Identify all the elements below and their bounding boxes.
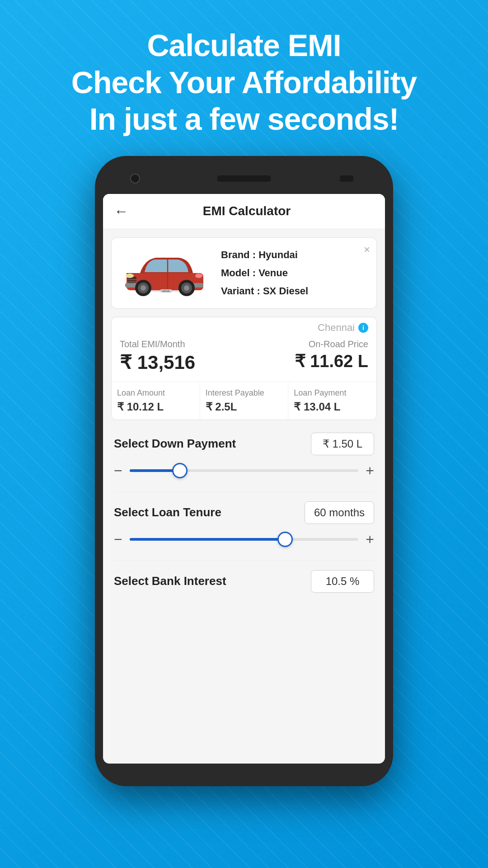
emi-main-row: Total EMI/Month ₹ 13,516 On-Road Price ₹… bbox=[112, 335, 376, 382]
loan-tenure-minus[interactable]: − bbox=[114, 531, 122, 548]
phone-screen: ← EMI Calculator bbox=[103, 194, 385, 764]
down-payment-plus[interactable]: + bbox=[366, 462, 374, 479]
down-payment-slider-track[interactable] bbox=[130, 469, 359, 472]
header-line1: Calculate EMI bbox=[147, 28, 341, 62]
car-image: VENUE bbox=[120, 246, 210, 300]
car-model: Model : Venue bbox=[221, 264, 368, 282]
phone-camera bbox=[130, 174, 140, 184]
phone-sensor bbox=[340, 175, 353, 182]
down-payment-row: Select Down Payment ₹ 1.50 L − + bbox=[114, 433, 374, 479]
car-brand: Brand : Hyundai bbox=[221, 246, 368, 264]
svg-rect-5 bbox=[127, 279, 136, 280]
divider-1 bbox=[114, 492, 374, 492]
city-name: Chennai bbox=[318, 322, 355, 334]
emi-summary-card: Chennai i Total EMI/Month ₹ 13,516 On-Ro… bbox=[111, 317, 377, 420]
loan-payment-label: Loan Payment bbox=[294, 388, 371, 398]
car-card: VENUE Brand : Hyundai Model : Venue Vari… bbox=[111, 237, 377, 309]
down-payment-minus[interactable]: − bbox=[114, 462, 122, 479]
svg-point-8 bbox=[195, 274, 202, 278]
loan-payment-value: ₹ 13.04 L bbox=[294, 401, 371, 413]
loan-tenure-row: Select Loan Tenure 60 months − + bbox=[114, 501, 374, 548]
down-payment-slider-row: − + bbox=[114, 462, 374, 479]
emi-label: Total EMI/Month bbox=[120, 339, 195, 349]
loan-payment-cell: Loan Payment ₹ 13.04 L bbox=[288, 382, 376, 420]
bank-interest-label-row: Select Bank Interest 10.5 % bbox=[114, 570, 374, 593]
interest-value: ₹ 2.5L bbox=[206, 401, 283, 413]
svg-text:VENUE: VENUE bbox=[162, 290, 170, 292]
bank-interest-value[interactable]: 10.5 % bbox=[311, 570, 374, 593]
emi-value: ₹ 13,516 bbox=[120, 351, 195, 373]
interest-cell: Interest Payable ₹ 2.5L bbox=[200, 382, 289, 420]
phone-mockup: ← EMI Calculator bbox=[0, 151, 488, 786]
bank-interest-row: Select Bank Interest 10.5 % bbox=[114, 570, 374, 593]
loan-tenure-slider-track[interactable] bbox=[130, 538, 359, 541]
loan-tenure-value[interactable]: 60 months bbox=[305, 501, 374, 524]
down-payment-value[interactable]: ₹ 1.50 L bbox=[311, 433, 374, 455]
loan-tenure-label: Select Loan Tenure bbox=[114, 505, 221, 519]
app-header: ← EMI Calculator bbox=[103, 194, 385, 229]
loan-amount-cell: Loan Amount ₹ 10.12 L bbox=[112, 382, 200, 420]
bank-interest-label: Select Bank Interest bbox=[114, 574, 226, 588]
svg-point-7 bbox=[126, 274, 134, 278]
loan-tenure-fill bbox=[130, 538, 286, 541]
price-label: On-Road Price bbox=[309, 339, 368, 349]
amounts-row: Loan Amount ₹ 10.12 L Interest Payable ₹… bbox=[112, 382, 376, 420]
svg-point-16 bbox=[184, 285, 189, 291]
info-icon[interactable]: i bbox=[358, 323, 368, 333]
promo-header: Calculate EMI Check Your Affordability I… bbox=[0, 0, 488, 151]
close-car-button[interactable]: × bbox=[364, 243, 370, 256]
loan-amount-value: ₹ 10.12 L bbox=[117, 401, 194, 413]
svg-point-13 bbox=[141, 285, 146, 291]
phone-speaker bbox=[217, 175, 271, 182]
price-value: ₹ 11.62 L bbox=[295, 351, 368, 371]
loan-tenure-slider-row: − + bbox=[114, 531, 374, 548]
interest-label: Interest Payable bbox=[206, 388, 283, 398]
down-payment-label: Select Down Payment bbox=[114, 437, 236, 451]
car-variant: Variant : SX Diesel bbox=[221, 282, 368, 300]
down-payment-thumb[interactable] bbox=[172, 463, 188, 478]
header-line2: Check Your Affordability bbox=[71, 65, 417, 99]
svg-rect-6 bbox=[127, 281, 136, 283]
loan-tenure-label-row: Select Loan Tenure 60 months bbox=[114, 501, 374, 524]
phone-body: ← EMI Calculator bbox=[95, 156, 393, 786]
down-payment-label-row: Select Down Payment ₹ 1.50 L bbox=[114, 433, 374, 455]
controls-section: Select Down Payment ₹ 1.50 L − + bbox=[103, 424, 385, 609]
back-button[interactable]: ← bbox=[114, 203, 128, 220]
header-line3: In just a few seconds! bbox=[89, 102, 399, 136]
emi-block: Total EMI/Month ₹ 13,516 bbox=[120, 339, 195, 373]
loan-amount-label: Loan Amount bbox=[117, 388, 194, 398]
loan-tenure-plus[interactable]: + bbox=[366, 531, 374, 548]
divider-2 bbox=[114, 561, 374, 561]
city-row: Chennai i bbox=[112, 317, 376, 335]
price-block: On-Road Price ₹ 11.62 L bbox=[295, 339, 368, 371]
app-title: EMI Calculator bbox=[137, 204, 356, 218]
car-info: Brand : Hyundai Model : Venue Variant : … bbox=[210, 246, 368, 300]
loan-tenure-thumb[interactable] bbox=[277, 532, 293, 547]
phone-top-bar bbox=[103, 170, 385, 188]
